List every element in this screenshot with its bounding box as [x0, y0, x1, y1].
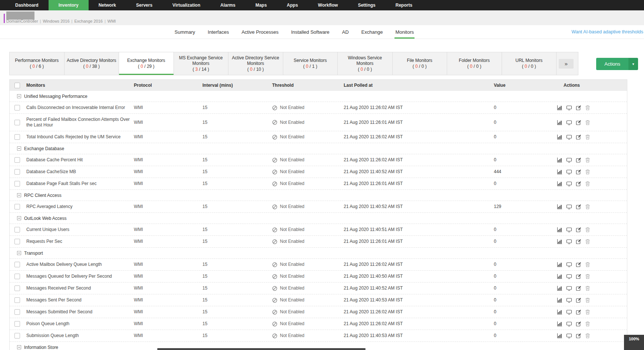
delete-icon[interactable] — [585, 120, 590, 125]
nav-item-inventory[interactable]: Inventory — [49, 0, 89, 10]
row-checkbox[interactable] — [14, 181, 20, 186]
collapse-minus-icon[interactable] — [17, 94, 21, 98]
monitor-tab-ms-exchange-service-monitors[interactable]: MS Exchange Service Monitors ( 3 / 14 ) — [174, 52, 229, 75]
delete-icon[interactable] — [585, 333, 590, 339]
horizontal-scrollbar[interactable] — [157, 348, 366, 350]
delete-icon[interactable] — [585, 157, 590, 163]
graph-icon[interactable] — [557, 204, 562, 209]
adaptive-thresholds-link[interactable]: Want AI-based adaptive thresholds — [572, 25, 643, 39]
graph-icon[interactable] — [557, 285, 562, 291]
monitor-display-icon[interactable] — [566, 274, 572, 279]
delete-icon[interactable] — [585, 309, 590, 315]
breadcrumb-item-windows-2016[interactable]: Windows 2016 — [43, 19, 69, 23]
monitor-name[interactable]: Active Mailbox Delivery Queue Length — [26, 262, 134, 267]
tab-monitors[interactable]: Monitors — [394, 25, 415, 39]
edit-icon[interactable] — [576, 309, 581, 315]
delete-icon[interactable] — [585, 239, 590, 244]
monitor-name[interactable]: Requests Per Sec — [26, 239, 134, 244]
delete-icon[interactable] — [585, 262, 590, 267]
monitor-display-icon[interactable] — [566, 169, 572, 175]
tab-exchange[interactable]: Exchange — [361, 25, 384, 39]
edit-icon[interactable] — [576, 134, 581, 140]
edit-icon[interactable] — [576, 239, 581, 244]
monitor-display-icon[interactable] — [566, 239, 572, 244]
breadcrumb-item-wmi[interactable]: WMI — [108, 19, 116, 23]
nav-item-network[interactable]: Network — [89, 0, 126, 10]
row-checkbox[interactable] — [14, 134, 20, 140]
monitor-tab-file-monitors[interactable]: File Monitors ( 0 / 0 ) — [393, 52, 448, 75]
row-checkbox[interactable] — [14, 333, 20, 339]
graph-icon[interactable] — [557, 321, 562, 327]
monitor-display-icon[interactable] — [566, 321, 572, 327]
row-checkbox[interactable] — [14, 105, 20, 110]
graph-icon[interactable] — [557, 134, 562, 140]
graph-icon[interactable] — [557, 274, 562, 279]
row-checkbox[interactable] — [14, 169, 20, 175]
edit-icon[interactable] — [576, 262, 581, 267]
select-all-checkbox[interactable] — [14, 83, 20, 88]
edit-icon[interactable] — [576, 333, 581, 339]
edit-icon[interactable] — [576, 285, 581, 291]
delete-icon[interactable] — [585, 321, 590, 327]
edit-icon[interactable] — [576, 157, 581, 163]
graph-icon[interactable] — [557, 262, 562, 267]
graph-icon[interactable] — [557, 157, 562, 163]
more-tabs-button[interactable]: » — [559, 59, 574, 69]
edit-icon[interactable] — [576, 105, 581, 110]
graph-icon[interactable] — [557, 239, 562, 244]
monitor-name[interactable]: Database Cache Percent Hit — [26, 157, 134, 163]
delete-icon[interactable] — [585, 134, 590, 140]
graph-icon[interactable] — [557, 227, 562, 232]
collapse-minus-icon[interactable] — [17, 146, 21, 151]
monitor-name[interactable]: Calls Disconnected on Irrecoverable Inte… — [26, 105, 134, 110]
monitor-name[interactable]: RPC Averaged Latency — [26, 204, 134, 209]
collapse-minus-icon[interactable] — [17, 216, 21, 220]
monitor-display-icon[interactable] — [566, 105, 572, 110]
tab-interfaces[interactable]: Interfaces — [207, 25, 229, 39]
row-checkbox[interactable] — [14, 204, 20, 209]
monitor-display-icon[interactable] — [566, 333, 572, 339]
edit-icon[interactable] — [576, 274, 581, 279]
nav-item-virtualization[interactable]: Virtualization — [162, 0, 210, 10]
edit-icon[interactable] — [576, 169, 581, 175]
edit-icon[interactable] — [576, 321, 581, 327]
graph-icon[interactable] — [557, 120, 562, 125]
delete-icon[interactable] — [585, 105, 590, 110]
monitor-name[interactable]: Submission Queue Length — [26, 333, 134, 339]
monitor-display-icon[interactable] — [566, 297, 572, 303]
row-checkbox[interactable] — [14, 285, 20, 291]
nav-item-workflow[interactable]: Workflow — [308, 0, 348, 10]
edit-icon[interactable] — [576, 227, 581, 232]
row-checkbox[interactable] — [14, 227, 20, 232]
monitor-name[interactable]: Messages Queued for Delivery Per Second — [26, 274, 134, 279]
graph-icon[interactable] — [557, 333, 562, 339]
monitor-tab-exchange-monitors[interactable]: Exchange Monitors ( 0 / 29 ) — [119, 52, 174, 75]
tab-summary[interactable]: Summary — [174, 25, 196, 39]
nav-item-dashboard[interactable]: Dashboard — [5, 0, 49, 10]
monitor-display-icon[interactable] — [566, 285, 572, 291]
breadcrumb-item-domaincontroller[interactable]: DomainController — [6, 19, 38, 23]
nav-item-reports[interactable]: Reports — [386, 0, 422, 10]
nav-item-alarms[interactable]: Alarms — [210, 0, 245, 10]
monitor-name[interactable]: Messages Sent Per Second — [26, 297, 134, 303]
graph-icon[interactable] — [557, 309, 562, 315]
monitor-tab-active-directory-service-monitors[interactable]: Active Directory Service Monitors ( 0 / … — [228, 52, 283, 75]
monitor-display-icon[interactable] — [566, 227, 572, 232]
monitor-display-icon[interactable] — [566, 204, 572, 209]
tab-ad[interactable]: AD — [341, 25, 350, 39]
monitor-display-icon[interactable] — [566, 309, 572, 315]
collapse-minus-icon[interactable] — [17, 193, 21, 197]
delete-icon[interactable] — [585, 169, 590, 175]
monitor-tab-performance-monitors[interactable]: Performance Monitors ( 0 / 6 ) — [10, 52, 65, 75]
row-checkbox[interactable] — [14, 274, 20, 279]
monitor-name[interactable]: Database CacheSize MB — [26, 169, 134, 175]
edit-icon[interactable] — [576, 120, 581, 125]
delete-icon[interactable] — [585, 227, 590, 232]
monitor-tab-windows-service-monitors[interactable]: Windows Service Monitors ( 0 / 0 ) — [338, 52, 393, 75]
nav-item-maps[interactable]: Maps — [245, 0, 277, 10]
monitor-name[interactable]: Total Inbound Calls Rejected by the UM S… — [26, 134, 134, 140]
nav-item-settings[interactable]: Settings — [348, 0, 385, 10]
graph-icon[interactable] — [557, 169, 562, 175]
caret-down-icon[interactable]: ▾ — [628, 58, 638, 70]
monitor-name[interactable]: Messages Submitted Per Second — [26, 309, 134, 315]
